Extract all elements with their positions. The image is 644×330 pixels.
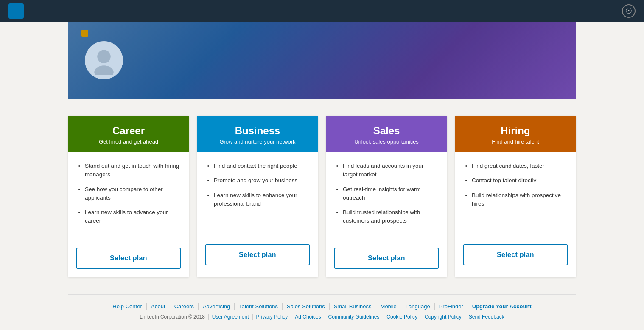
plan-title-sales: Sales [334, 125, 439, 137]
plan-feature-item: Learn new skills to enhance your profess… [214, 191, 310, 209]
plan-tagline-hiring: Find and hire talent [463, 138, 568, 145]
plan-header-sales: Sales Unlock sales opportunities [326, 116, 447, 152]
plans-grid: Career Get hired and get ahead Stand out… [68, 116, 576, 277]
plan-tagline-sales: Unlock sales opportunities [334, 138, 439, 145]
plan-footer-career: Select plan [68, 241, 189, 277]
plan-body-career: Stand out and get in touch with hiring m… [68, 152, 189, 241]
footer-nav-link[interactable]: ProFinder [435, 303, 468, 310]
plan-feature-item: Build relationships with prospective hir… [472, 191, 568, 209]
plan-footer-sales: Select plan [326, 241, 447, 277]
plan-body-sales: Find leads and accounts in your target m… [326, 152, 447, 241]
svg-point-0 [97, 50, 111, 64]
plan-feature-item: Get real-time insights for warm outreach [343, 185, 439, 203]
plan-header-career: Career Get hired and get ahead [68, 116, 189, 152]
header-right: ☉ [617, 4, 636, 18]
plan-feature-item: Contact top talent directly [472, 176, 568, 185]
plan-title-hiring: Hiring [463, 125, 568, 137]
footer-nav-link[interactable]: About [147, 303, 170, 310]
premium-badge-icon [81, 30, 88, 37]
footer: Help CenterAboutCareersAdvertisingTalent… [68, 294, 576, 330]
user-icon[interactable]: ☉ [622, 4, 636, 18]
footer-legal: LinkedIn Corporation © 2018User Agreemen… [68, 314, 576, 320]
plan-feature-item: Build trusted relationships with custome… [343, 208, 439, 226]
plan-tagline-business: Grow and nurture your network [205, 138, 310, 145]
footer-nav-link[interactable]: Talent Solutions [235, 303, 283, 310]
plan-footer-business: Select plan [197, 237, 318, 274]
plans-section: Career Get hired and get ahead Stand out… [0, 99, 644, 294]
plan-card-business: Business Grow and nurture your network F… [197, 116, 318, 277]
plan-tagline-career: Get hired and get ahead [76, 138, 181, 145]
select-plan-button-business[interactable]: Select plan [205, 244, 310, 265]
footer-nav-link[interactable]: Sales Solutions [283, 303, 330, 310]
plan-feature-item: Find leads and accounts in your target m… [343, 162, 439, 179]
footer-nav-link[interactable]: Small Business [330, 303, 376, 310]
select-plan-button-sales[interactable]: Select plan [334, 248, 439, 269]
plan-feature-item: Find and contact the right people [214, 162, 310, 170]
plan-card-sales: Sales Unlock sales opportunities Find le… [326, 116, 447, 277]
footer-nav-link[interactable]: Careers [170, 303, 199, 310]
plan-card-career: Career Get hired and get ahead Stand out… [68, 116, 189, 277]
footer-nav-link[interactable]: Advertising [199, 303, 235, 310]
plan-feature-item: Find great candidates, faster [472, 162, 568, 170]
select-plan-button-career[interactable]: Select plan [76, 248, 181, 269]
plan-header-business: Business Grow and nurture your network [197, 116, 318, 152]
footer-nav: Help CenterAboutCareersAdvertisingTalent… [68, 303, 576, 310]
plan-title-career: Career [76, 125, 181, 137]
plan-body-hiring: Find great candidates, fasterContact top… [455, 152, 576, 237]
footer-nav-link[interactable]: Language [401, 303, 435, 310]
avatar [85, 41, 123, 79]
footer-legal-link[interactable]: Community Guidelines [325, 314, 384, 320]
copyright-text: LinkedIn Corporation © 2018 [136, 314, 209, 320]
plan-feature-item: Learn new skills to advance your career [85, 208, 181, 226]
select-plan-button-hiring[interactable]: Select plan [463, 244, 568, 265]
footer-nav-link[interactable]: Mobile [376, 303, 401, 310]
footer-legal-link[interactable]: Cookie Policy [383, 314, 421, 320]
plan-title-business: Business [205, 125, 310, 137]
footer-legal-link[interactable]: Send Feedback [465, 314, 508, 320]
footer-legal-link[interactable]: Ad Choices [291, 314, 325, 320]
header: ☉ [0, 0, 644, 22]
plan-feature-item: See how you compare to other applicants [85, 185, 181, 203]
footer-nav-link[interactable]: Help Center [108, 303, 146, 310]
plan-footer-hiring: Select plan [455, 237, 576, 274]
svg-point-1 [94, 65, 114, 75]
footer-legal-link[interactable]: User Agreement [209, 314, 253, 320]
hero-banner [68, 22, 576, 99]
plan-feature-item: Stand out and get in touch with hiring m… [85, 162, 181, 179]
linkedin-logo[interactable] [8, 3, 24, 19]
footer-nav-link[interactable]: Upgrade Your Account [468, 303, 536, 310]
footer-legal-link[interactable]: Privacy Policy [253, 314, 292, 320]
plan-header-hiring: Hiring Find and hire talent [455, 116, 576, 152]
plan-feature-item: Promote and grow your business [214, 176, 310, 185]
premium-badge [81, 30, 91, 37]
plan-body-business: Find and contact the right peoplePromote… [197, 152, 318, 237]
plan-card-hiring: Hiring Find and hire talent Find great c… [455, 116, 576, 277]
footer-legal-link[interactable]: Copyright Policy [421, 314, 465, 320]
